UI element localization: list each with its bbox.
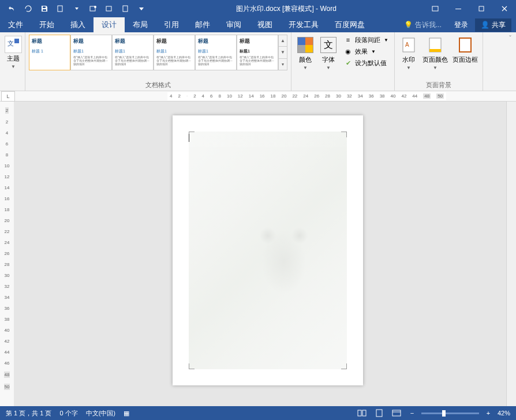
qat-button-3[interactable] [102, 1, 117, 16]
ribbon: 文 主题 ▼ 标题标题 1 标题标题1在"插入"选项卡上的库中包含了与文档整体外… [0, 32, 516, 91]
web-layout-button[interactable] [390, 407, 403, 419]
gallery-up-button[interactable]: ▲ [279, 35, 287, 47]
macro-icon[interactable]: ▦ [124, 410, 129, 417]
page-color-button[interactable]: 页面颜色 ▼ [421, 35, 449, 72]
qat-button-4[interactable] [118, 1, 133, 16]
style-thumb-4[interactable]: 标题标题1在"插入"选项卡上的库中包含了与文档整体外观协调一致的项目 [154, 35, 195, 70]
document-area: 2 24681012141618202224262830323436384042… [0, 102, 516, 406]
svg-rect-3 [106, 6, 111, 11]
gallery-down-button[interactable]: ▼ [279, 47, 287, 58]
ruler-vertical[interactable]: 2 24681012141618202224262830323436384042… [0, 102, 14, 406]
style-thumb-6[interactable]: 标题标题1在"插入"选项卡上的库中包含了与文档整体外观协调一致的项目 [237, 35, 278, 70]
spacing-icon: ≡ [343, 35, 353, 44]
minimize-button[interactable] [447, 0, 470, 17]
share-button[interactable]: 👤 共享 [475, 18, 511, 32]
print-layout-button[interactable] [373, 407, 386, 419]
word-count[interactable]: 0 个字 [59, 409, 77, 418]
watermark-icon: A [399, 36, 418, 54]
svg-rect-13 [429, 49, 441, 52]
tab-baidu[interactable]: 百度网盘 [327, 17, 373, 32]
tab-mailings[interactable]: 邮件 [187, 17, 218, 32]
undo-button[interactable] [5, 1, 20, 16]
page[interactable] [173, 115, 363, 385]
zoom-level[interactable]: 42% [498, 410, 510, 417]
margin-mark-bl [189, 363, 195, 369]
gallery-more-button[interactable]: ▾ [279, 59, 287, 70]
style-thumb-1[interactable]: 标题标题 1 [29, 35, 70, 70]
ribbon-tabs: 文件 开始 插入 设计 布局 引用 邮件 审阅 视图 开发工具 百度网盘 💡 告… [0, 17, 516, 32]
zoom-out-button[interactable]: − [407, 410, 417, 417]
style-thumb-3[interactable]: 标题标题1在"插入"选项卡上的库中包含了与文档整体外观协调一致的项目 [112, 35, 154, 70]
svg-point-2 [94, 6, 96, 8]
ruler-horizontal[interactable]: L 42 · 246810121416182022242628303234363… [0, 91, 516, 102]
svg-rect-4 [123, 6, 128, 12]
lightbulb-icon: 💡 [404, 21, 413, 29]
zoom-slider[interactable] [421, 412, 479, 414]
tell-me-search[interactable]: 💡 告诉我... [398, 20, 447, 30]
ruler-h-track: 42 · 24681012141618202224262830323436384… [167, 92, 446, 100]
ribbon-options-button[interactable] [424, 0, 447, 17]
close-button[interactable] [493, 0, 516, 17]
margin-mark-tr [341, 132, 347, 137]
svg-rect-6 [455, 9, 461, 9]
page-border-button[interactable]: 页面边框 [451, 35, 479, 65]
themes-button[interactable]: 文 主题 ▼ [3, 35, 23, 70]
paragraph-spacing-button[interactable]: ≡段落间距▼ [341, 35, 391, 45]
svg-rect-9 [14, 39, 19, 43]
set-default-button[interactable]: ✔设为默认值 [341, 58, 391, 68]
qat-dropdown-1[interactable] [69, 1, 84, 16]
page-color-icon [426, 36, 444, 54]
effects-button[interactable]: ◉效果▼ [341, 46, 391, 57]
colors-button[interactable]: 颜色 ▼ [295, 35, 316, 72]
colors-icon [296, 36, 315, 54]
save-button[interactable] [37, 1, 52, 16]
themes-icon: 文 [5, 36, 22, 53]
fonts-button[interactable]: 文 字体 ▼ [318, 35, 339, 72]
style-thumb-2[interactable]: 标题标题1在"插入"选项卡上的库中包含了与文档整体外观协调一致的项目 [70, 35, 112, 70]
collapse-ribbon-button[interactable]: ˇ [509, 35, 511, 42]
qat-button-2[interactable] [85, 1, 100, 16]
tab-design[interactable]: 设计 [94, 17, 125, 32]
chevron-down-icon: ▼ [406, 65, 411, 70]
zoom-thumb[interactable] [442, 410, 446, 417]
fonts-icon: 文 [319, 36, 338, 54]
person-icon: 👤 [481, 21, 489, 29]
zoom-in-button[interactable]: + [484, 410, 493, 417]
scrollbar-vertical[interactable] [506, 102, 516, 406]
maximize-button[interactable] [470, 0, 493, 17]
chevron-down-icon: ▼ [303, 65, 308, 70]
read-mode-button[interactable] [356, 407, 368, 419]
login-button[interactable]: 登录 [450, 20, 473, 30]
margin-mark-br [341, 363, 347, 369]
text-cursor [189, 134, 189, 142]
effects-icon: ◉ [343, 47, 353, 56]
qat-customize[interactable] [134, 1, 149, 16]
window-title: 图片水印.docx [兼容模式] - Word [149, 4, 424, 14]
svg-rect-17 [376, 410, 382, 417]
tab-layout[interactable]: 布局 [125, 17, 156, 32]
svg-rect-14 [459, 38, 471, 52]
tab-review[interactable]: 审阅 [218, 17, 249, 32]
svg-rect-18 [392, 410, 401, 416]
page-border-icon [456, 36, 474, 54]
document-canvas[interactable] [14, 102, 506, 406]
chevron-down-icon: ▼ [371, 49, 376, 54]
qat-button-1[interactable] [53, 1, 68, 16]
tab-selector[interactable]: L [1, 91, 15, 102]
svg-text:A: A [405, 42, 409, 48]
style-thumb-5[interactable]: 标题标题1在"插入"选项卡上的库中包含了与文档整体外观协调一致的项目 [195, 35, 237, 70]
tab-developer[interactable]: 开发工具 [281, 17, 327, 32]
tab-home[interactable]: 开始 [31, 17, 62, 32]
language[interactable]: 中文(中国) [86, 409, 115, 418]
tab-references[interactable]: 引用 [156, 17, 187, 32]
tab-view[interactable]: 视图 [249, 17, 281, 32]
share-label: 共享 [492, 20, 506, 30]
tab-file[interactable]: 文件 [0, 17, 31, 32]
redo-button[interactable] [21, 1, 36, 16]
tab-insert[interactable]: 插入 [62, 17, 94, 32]
watermark-button[interactable]: A 水印 ▼ [398, 35, 419, 72]
style-gallery[interactable]: 标题标题 1 标题标题1在"插入"选项卡上的库中包含了与文档整体外观协调一致的项… [29, 35, 287, 70]
statusbar: 第 1 页，共 1 页 0 个字 中文(中国) ▦ − + 42% [0, 406, 516, 420]
page-count[interactable]: 第 1 页，共 1 页 [6, 409, 51, 418]
themes-label: 主题 [7, 54, 20, 63]
